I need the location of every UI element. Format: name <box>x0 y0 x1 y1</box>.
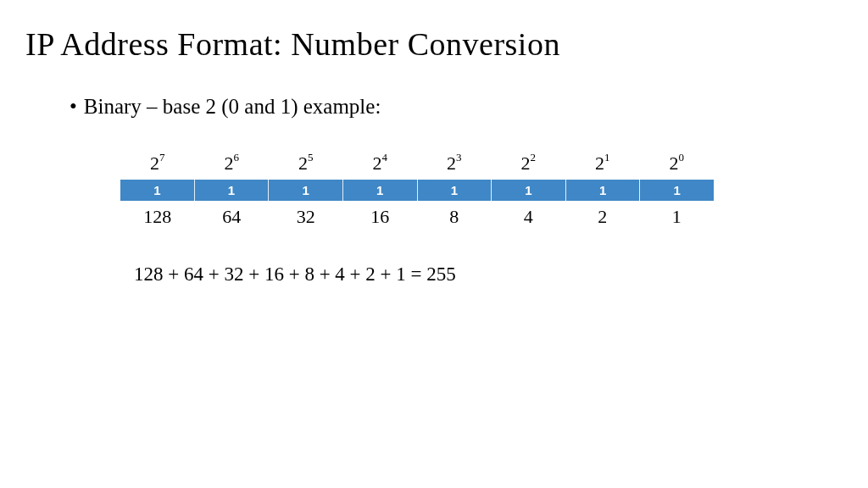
power-cell: 27 <box>120 152 195 175</box>
bits-row: 1 1 1 1 1 1 1 1 <box>120 180 714 201</box>
bullet-icon: • <box>70 95 77 119</box>
bullet-point: •Binary – base 2 (0 and 1) example: <box>70 95 843 119</box>
value-cell: 1 <box>640 206 715 228</box>
slide-title: IP Address Format: Number Conversion <box>25 25 843 63</box>
bit-cell: 1 <box>418 180 492 201</box>
binary-table: 27 26 25 24 23 22 21 20 1 1 1 1 1 1 1 1 … <box>120 152 714 228</box>
sum-equation: 128 + 64 + 32 + 16 + 8 + 4 + 2 + 1 = 255 <box>134 263 843 286</box>
power-cell: 25 <box>269 152 343 175</box>
value-cell: 8 <box>417 206 492 228</box>
value-cell: 128 <box>120 206 195 228</box>
bit-cell: 1 <box>492 180 566 201</box>
bit-cell: 1 <box>566 180 641 201</box>
bit-cell: 1 <box>269 180 343 201</box>
bit-cell: 1 <box>343 180 418 201</box>
power-cell: 20 <box>640 152 715 175</box>
powers-row: 27 26 25 24 23 22 21 20 <box>120 152 714 175</box>
value-cell: 32 <box>269 206 343 228</box>
value-cell: 4 <box>492 206 566 228</box>
value-cell: 16 <box>343 206 418 228</box>
bit-cell: 1 <box>120 180 195 201</box>
power-cell: 26 <box>195 152 270 175</box>
bullet-text: Binary – base 2 (0 and 1) example: <box>84 95 381 118</box>
bit-cell: 1 <box>195 180 270 201</box>
power-cell: 24 <box>343 152 418 175</box>
values-row: 128 64 32 16 8 4 2 1 <box>120 206 714 228</box>
power-cell: 21 <box>565 152 640 175</box>
value-cell: 2 <box>565 206 640 228</box>
bit-cell: 1 <box>640 180 714 201</box>
power-cell: 23 <box>417 152 492 175</box>
power-cell: 22 <box>492 152 566 175</box>
value-cell: 64 <box>195 206 270 228</box>
